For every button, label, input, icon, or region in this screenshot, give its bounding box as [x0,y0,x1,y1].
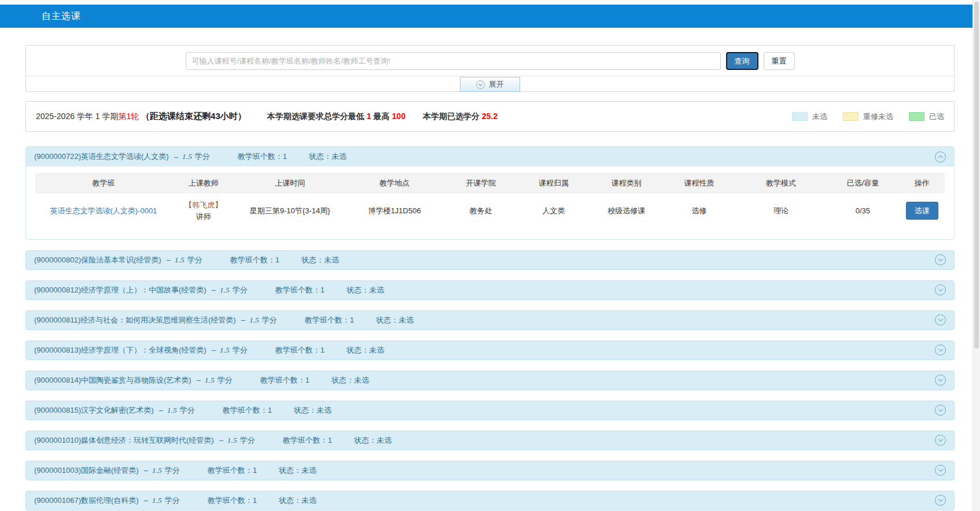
course-block: (9000001067)数据伦理(自科类) – 1.5 学分 教学班个数：1 状… [25,491,955,510]
round-label: 第1轮 [118,112,139,121]
status-bar: 2025-2026 学年 1 学期第1轮 （距选课结束还剩43小时） 本学期选课… [25,101,955,132]
query-button[interactable]: 查询 [726,52,758,70]
class-table-row: 英语生态文学选读(人文类)-0001 【韩飞虎】 讲师 星期三第9-10节{3-… [35,193,945,229]
col-header-teacher: 上课教师 [172,174,235,193]
class-table-header-row: 教学班 上课教师 上课时间 教学地点 开课学院 课程归属 课程类别 课程性质 教… [35,174,945,193]
legend: 未选 重修未选 已选 [792,112,944,122]
reset-button[interactable]: 重置 [764,52,795,70]
selected-credit-value: 25.2 [482,112,498,121]
course-dash: – [159,406,163,414]
scrollbar-track[interactable] [972,0,980,511]
class-time: 星期三第9-10节{3-14周} [235,193,345,229]
course-credits-suffix: 学分 [195,151,210,162]
course-credits: 1.5 [175,255,185,265]
countdown-label: （距选课结束还剩43小时） [141,111,246,121]
course-credits: 1.5 [249,316,259,325]
legend-label-unselected: 未选 [812,112,827,122]
chevron-down-circle-icon[interactable] [935,284,946,295]
course-status: 状态：未选 [279,495,316,506]
col-header-nature: 课程性质 [663,174,736,193]
legend-label-selected: 已选 [929,112,944,122]
chevron-up-circle-icon[interactable] [935,151,946,162]
class-mode: 理论 [735,193,826,229]
course-row-toggle[interactable]: (9000001010)媒体创意经济：玩转互联网时代(经管类) – 1.5 学分… [25,431,955,450]
course-title: (9000000814)中国陶瓷鉴赏与器物陈设(艺术类) [34,375,191,386]
semester-label: 2025-2026 学年 1 学期 [36,112,118,121]
search-input[interactable] [186,52,721,70]
course-block: (9000000802)保险法基本常识(经管类) – 1.5 学分 教学班个数：… [25,250,955,270]
course-row-toggle[interactable]: (9000000814)中国陶瓷鉴赏与器物陈设(艺术类) – 1.5 学分 教学… [25,371,955,390]
course-credits: 1.5 [227,436,237,445]
class-name-link[interactable]: 英语生态文学选读(人文类)-0001 [50,206,157,215]
legend-swatch-unselected [792,112,808,121]
credit-max-label: 最高 [374,112,390,121]
course-title: (9000000815)汉字文化解密(艺术类) [34,405,154,416]
course-row-toggle[interactable]: (9000001003)国际金融(经管类) – 1.5 学分 教学班个数：1 状… [25,461,955,480]
col-header-action: 操作 [899,174,945,193]
selected-credit-label: 本学期已选学分 [423,112,480,121]
course-row-toggle[interactable]: (9000000811)经济与社会：如何用决策思维洞察生活(经管类) – 1.5… [25,310,955,330]
course-credits-suffix: 学分 [233,285,248,295]
course-row-toggle[interactable]: (9000000815)汉字文化解密(艺术类) – 1.5 学分 教学班个数：1… [25,401,955,420]
col-header-belongs: 课程归属 [517,174,590,193]
legend-item-retake: 重修未选 [843,112,893,122]
legend-item-unselected: 未选 [792,112,827,122]
chevron-down-circle-icon[interactable] [935,465,946,476]
chevron-down-circle-icon[interactable] [935,254,946,265]
course-row-toggle[interactable]: (9000000813)经济学原理（下）：全球视角(经管类) – 1.5 学分 … [25,340,955,360]
class-count: 教学班个数：1 [260,375,310,386]
course-row-toggle[interactable]: (9000000812)经济学原理（上）：中国故事(经管类) – 1.5 学分 … [25,280,955,300]
course-block: (9000000811)经济与社会：如何用决策思维洞察生活(经管类) – 1.5… [25,310,955,330]
course-credits: 1.5 [205,376,215,385]
semester-text: 2025-2026 学年 1 学期第1轮 （距选课结束还剩43小时） [36,111,246,122]
course-dash: – [144,466,148,475]
chevron-down-circle-icon[interactable] [935,314,946,325]
course-credits: 1.5 [220,286,230,295]
course-row-toggle[interactable]: (9000000802)保险法基本常识(经管类) – 1.5 学分 教学班个数：… [25,250,955,270]
class-count: 教学班个数：1 [275,345,325,356]
col-header-class: 教学班 [35,174,172,193]
course-row-toggle[interactable]: (9000001067)数据伦理(自科类) – 1.5 学分 教学班个数：1 状… [25,491,955,510]
col-header-category: 课程类别 [590,174,663,193]
chevron-down-circle-icon[interactable] [935,375,946,386]
select-course-button[interactable]: 选课 [906,202,938,220]
course-title: (9000001010)媒体创意经济：玩转互联网时代(经管类) [34,435,214,446]
course-credits: 1.5 [182,152,192,161]
legend-swatch-retake [843,112,859,121]
col-header-place: 教学地点 [344,174,444,193]
course-credits: 1.5 [152,496,162,505]
course-status: 状态：未选 [301,255,339,265]
course-dash: – [197,376,201,384]
course-credits-suffix: 学分 [240,435,255,446]
course-status: 状态：未选 [279,465,316,476]
course-block: (9000000815)汉字文化解密(艺术类) – 1.5 学分 教学班个数：1… [25,401,955,420]
credit-max-value: 100 [392,112,406,121]
class-count: 教学班个数：1 [208,495,257,506]
scrollbar-thumb[interactable] [974,2,979,349]
class-count: 教学班个数：1 [230,255,279,265]
class-count: 教学班个数：1 [283,435,332,446]
top-strip [0,0,980,5]
course-status: 状态：未选 [376,315,414,325]
chevron-down-circle-icon[interactable] [935,345,946,356]
col-header-college: 开课学院 [444,174,517,193]
course-status: 状态：未选 [309,151,347,162]
chevron-down-circle-icon[interactable] [935,405,946,416]
class-table: 教学班 上课教师 上课时间 教学地点 开课学院 课程归属 课程类别 课程性质 教… [35,173,945,229]
course-title: (9000000813)经济学原理（下）：全球视角(经管类) [34,345,207,356]
course-title: (9000000811)经济与社会：如何用决策思维洞察生活(经管类) [34,315,236,325]
expand-toggle[interactable]: 展开 [460,77,520,92]
course-credits-suffix: 学分 [262,315,277,325]
course-title: (9000000802)保险法基本常识(经管类) [34,255,161,265]
chevron-down-circle-icon[interactable] [935,495,946,506]
course-title: (9000001067)数据伦理(自科类) [34,495,139,506]
course-row-toggle[interactable]: (9000000722)英语生态文学选读(人文类) – 1.5 学分 教学班个数… [26,147,954,166]
course-dash: – [167,255,171,264]
course-detail: 教学班 上课教师 上课时间 教学地点 开课学院 课程归属 课程类别 课程性质 教… [26,166,954,239]
course-list: (9000000722)英语生态文学选读(人文类) – 1.5 学分 教学班个数… [25,146,955,510]
course-status: 状态：未选 [331,375,369,386]
class-count: 教学班个数：1 [223,405,272,416]
page-header: 自主选课 [0,5,980,28]
chevron-down-circle-icon[interactable] [935,435,946,446]
course-dash: – [174,153,178,161]
